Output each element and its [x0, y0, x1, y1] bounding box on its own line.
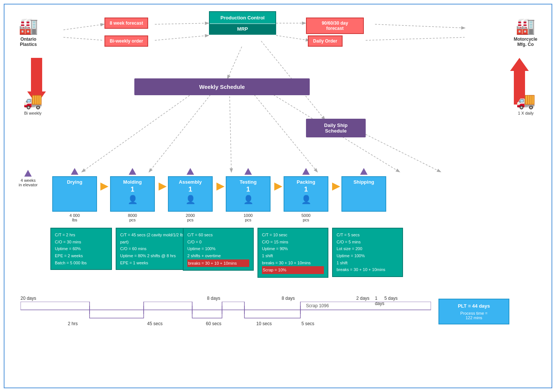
testing-box: Testing 1 👤 [226, 176, 271, 212]
diagram: 🏭 Ontario Plastics 🏭 Motorcycle Mfg. Co … [0, 0, 556, 392]
time-5secs: 5 secs [285, 321, 330, 326]
testing-info-box: C/T = 10 sesc C/O = 15 mins Uptime = 90%… [257, 228, 328, 278]
arrow-testing-packing: ► [272, 179, 285, 193]
svg-rect-21 [244, 310, 300, 318]
plt-label: PLT = 44 days [442, 303, 506, 309]
motorcycle-factory: 🏭 Motorcycle Mfg. Co [514, 17, 537, 47]
arrow-drying-molding: ► [98, 179, 111, 193]
shipping-title: Shipping [353, 179, 374, 185]
process-drying: Drying 4 000lbs [52, 168, 97, 222]
timeline-times-row: 2 hrs 45 secs 60 secs 10 secs 5 secs [21, 321, 431, 326]
process-testing: Testing 1 👤 1000pcs [226, 168, 271, 222]
weekly-schedule-box: Weekly Schedule [134, 78, 310, 95]
moto-icon: 🏭 [514, 17, 537, 35]
svg-rect-19 [192, 310, 222, 318]
drying-title: Drying [67, 179, 82, 185]
arrow-assembly-testing: ► [214, 179, 227, 193]
time-60secs: 60 secs [185, 321, 243, 326]
assembly-info-box: C/T = 60 secs C/O = 0 Uptime = 100% 2 sh… [183, 228, 254, 271]
truck-right-icon: 🚚 [516, 91, 535, 110]
testing-title: Testing [240, 179, 256, 185]
packing-person-icon: 👤 [301, 195, 311, 205]
assembly-box: Assembly 1 👤 [168, 176, 213, 212]
truck-left-icon: 🚚 [23, 91, 43, 110]
molding-box: Molding 1 👤 [110, 176, 155, 212]
testing-person-icon: 👤 [243, 195, 253, 205]
zigzag-timeline [21, 302, 431, 322]
testing-number: 1 [246, 186, 250, 193]
production-control-box: Production Control MRP [209, 11, 276, 35]
truck-left: 🚚 Bi weekly [23, 91, 43, 115]
assembly-title: Assembly [179, 179, 202, 185]
packing-box: Packing 1 👤 [284, 176, 328, 212]
packing-number: 1 [304, 186, 308, 193]
drying-box: Drying [52, 176, 97, 212]
shipping-box: Shipping [341, 176, 386, 212]
process-time-label: Process time =122 mins [442, 311, 506, 320]
daily-ship-box: Daily Ship Schedule [306, 119, 366, 137]
molding-person-icon: 👤 [128, 195, 138, 205]
molding-number: 1 [131, 186, 134, 193]
arrow-packing-shipping: ► [329, 179, 343, 193]
assembly-number: 1 [188, 186, 192, 193]
ontario-factory: 🏭 Ontario Plastics [19, 17, 38, 47]
time-2hrs: 2 hrs [21, 321, 125, 326]
drying-label: 4 000lbs [52, 213, 97, 222]
molding-title: Molding [123, 179, 142, 185]
truck-left-label: Bi weekly [23, 111, 43, 115]
time-10secs: 10 secs [243, 321, 285, 326]
assembly-person-icon: 👤 [185, 195, 196, 205]
ontario-label: Ontario Plastics [19, 37, 38, 47]
svg-rect-17 [90, 310, 144, 318]
svg-rect-16 [21, 302, 90, 310]
elevator-label: 4 weeksin elevator [19, 170, 38, 187]
push-arrow-icon [24, 170, 32, 177]
biweekly-order-box: Bi-weekly order [104, 35, 148, 47]
process-packing: Packing 1 👤 5000pcs [284, 168, 328, 222]
arrow-molding-assembly: ► [156, 179, 169, 193]
svg-rect-22 [300, 302, 431, 310]
process-assembly: Assembly 1 👤 2000pcs [168, 168, 213, 222]
daily-ship-label: Daily Ship Schedule [324, 122, 348, 134]
truck-right-label: 1 X daily [516, 111, 535, 115]
time-45secs: 45 secs [125, 321, 185, 326]
moto-label: Motorcycle Mfg. Co [514, 37, 537, 47]
weekly-schedule-label: Weekly Schedule [199, 84, 245, 90]
testing-label: 1000pcs [226, 213, 271, 222]
svg-rect-20 [222, 302, 244, 310]
ontario-icon: 🏭 [19, 17, 38, 35]
packing-title: Packing [297, 179, 315, 185]
prod-control-title: Production Control [210, 12, 275, 24]
molding-label: 8000pcs [110, 213, 155, 222]
truck-right: 🚚 1 X daily [516, 91, 535, 115]
daily-order-box: Daily Order [308, 35, 343, 47]
90day-forecast-box: 90/60/30 day forecast [306, 18, 364, 34]
svg-rect-18 [144, 302, 192, 310]
drying-info-box: C/T = 2 hrs C/O = 30 mins Uptime = 60% E… [50, 228, 112, 270]
process-molding: Molding 1 👤 8000pcs [110, 168, 155, 222]
packing-label: 5000pcs [284, 213, 328, 222]
plt-box: PLT = 44 days Process time =122 mins [438, 299, 509, 324]
8week-forecast-box: 8 week forecast [104, 18, 148, 29]
packing-info-box: C/T = 5 secs C/O = 5 mins Lot size = 200… [332, 228, 403, 277]
assembly-label: 2000pcs [168, 213, 213, 222]
process-shipping: Shipping [341, 168, 386, 212]
prod-control-mrp: MRP [210, 24, 275, 34]
